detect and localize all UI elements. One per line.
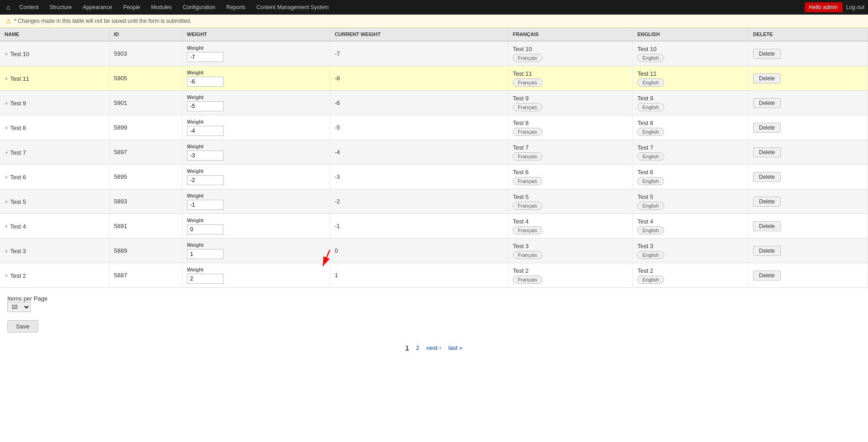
weight-input[interactable] [187,52,223,62]
name-cell: +Test 8 [0,115,109,140]
nav-cms[interactable]: Content Management System [252,1,333,13]
current-weight-cell: -6 [330,91,508,115]
weight-input[interactable] [187,200,223,210]
table-header-row: NAME ID WEIGHT CURRENT WEIGHT FRANÇAIS E… [0,28,868,41]
delete-button[interactable]: Delete [753,172,781,182]
nav-people[interactable]: People [119,1,145,13]
items-per-page-select[interactable]: 102550100 [7,302,31,312]
nav-configuration[interactable]: Configuration [178,1,220,13]
logout-link[interactable]: Log out [846,4,864,10]
row-name: Test 4 [10,223,26,230]
delete-button[interactable]: Delete [753,98,781,108]
drag-handle[interactable]: + [5,99,8,107]
francais-name: Test 6 [513,169,628,176]
weight-label: Weight [187,242,325,248]
nav-appearance[interactable]: Appearance [78,1,117,13]
francais-pill[interactable]: Français [513,202,542,210]
table-row: +Test 25887Weight1Test 2FrançaisTest 2En… [0,263,868,288]
weight-input[interactable] [187,101,223,111]
francais-pill[interactable]: Français [513,226,542,234]
id-cell: 5897 [109,140,182,165]
weight-input[interactable] [187,224,223,234]
english-name: Test 4 [637,218,743,225]
row-name: Test 10 [10,51,29,57]
english-pill[interactable]: English [637,202,664,210]
weight-input[interactable] [187,151,223,161]
francais-cell: Test 7Français [508,140,633,165]
drag-handle[interactable]: + [5,149,8,156]
francais-pill[interactable]: Français [513,251,542,259]
weight-cell: Weight [182,214,330,239]
english-cell: Test 4English [633,214,748,239]
francais-pill[interactable]: Français [513,54,542,62]
warning-banner: ⚠ * Changes made in this table will not … [0,15,868,28]
row-name: Test 3 [10,248,26,255]
drag-handle[interactable]: + [5,247,8,255]
english-pill[interactable]: English [637,78,664,87]
nav-modules[interactable]: Modules [146,1,176,13]
drag-handle[interactable]: + [5,50,8,57]
name-cell: +Test 3 [0,239,109,263]
drag-handle[interactable]: + [5,124,8,131]
pagination: 1 2 next › last » [0,337,868,359]
nav-content[interactable]: Content [15,1,43,13]
col-header-weight: WEIGHT [182,28,330,41]
page-last[interactable]: last » [446,343,465,352]
delete-button[interactable]: Delete [753,123,781,133]
francais-cell: Test 10Français [508,41,633,66]
drag-handle[interactable]: + [5,223,8,230]
english-pill[interactable]: English [637,54,664,62]
page-next[interactable]: next › [424,343,444,352]
weight-cell: Weight [182,140,330,165]
english-pill[interactable]: English [637,177,664,185]
francais-pill[interactable]: Français [513,103,542,111]
drag-handle[interactable]: + [5,75,8,82]
english-pill[interactable]: English [637,226,664,234]
nav-structure[interactable]: Structure [45,1,77,13]
page-2[interactable]: 2 [413,343,422,352]
current-weight-cell: -2 [330,189,508,214]
english-pill[interactable]: English [637,276,664,284]
francais-pill[interactable]: Français [513,128,542,136]
weight-input[interactable] [187,249,223,259]
delete-cell: Delete [748,165,868,189]
english-cell: Test 9English [633,91,748,115]
delete-button[interactable]: Delete [753,197,781,207]
nav-left: ⌂ Content Structure Appearance People Mo… [4,1,333,13]
delete-button[interactable]: Delete [753,270,781,281]
english-pill[interactable]: English [637,128,664,136]
nav-reports[interactable]: Reports [222,1,250,13]
name-cell: +Test 6 [0,165,109,189]
table-row: +Test 35889Weight 0Test 3FrançaisTest 3E… [0,239,868,263]
francais-pill[interactable]: Français [513,78,542,87]
save-button[interactable]: Save [7,320,38,333]
current-weight-cell: 1 [330,263,508,288]
row-name: Test 7 [10,149,26,156]
drag-handle[interactable]: + [5,272,8,279]
page-1[interactable]: 1 [403,343,411,352]
francais-name: Test 8 [513,120,628,126]
delete-button[interactable]: Delete [753,221,781,231]
delete-button[interactable]: Delete [753,147,781,157]
english-pill[interactable]: English [637,152,664,161]
delete-button[interactable]: Delete [753,49,781,59]
name-cell: +Test 2 [0,263,109,288]
delete-button[interactable]: Delete [753,73,781,83]
weight-input[interactable] [187,77,223,87]
top-navigation: ⌂ Content Structure Appearance People Mo… [0,0,868,15]
weight-input[interactable] [187,126,223,136]
drag-handle[interactable]: + [5,173,8,181]
francais-pill[interactable]: Français [513,152,542,161]
francais-pill[interactable]: Français [513,177,542,185]
francais-name: Test 5 [513,193,628,200]
weight-label: Weight [187,168,325,174]
english-pill[interactable]: English [637,251,664,259]
francais-pill[interactable]: Français [513,276,542,284]
weight-input[interactable] [187,274,223,284]
delete-button[interactable]: Delete [753,246,781,256]
english-pill[interactable]: English [637,103,664,111]
francais-cell: Test 8Français [508,115,633,140]
drag-handle[interactable]: + [5,198,8,205]
weight-input[interactable] [187,175,223,185]
home-icon[interactable]: ⌂ [4,2,13,13]
